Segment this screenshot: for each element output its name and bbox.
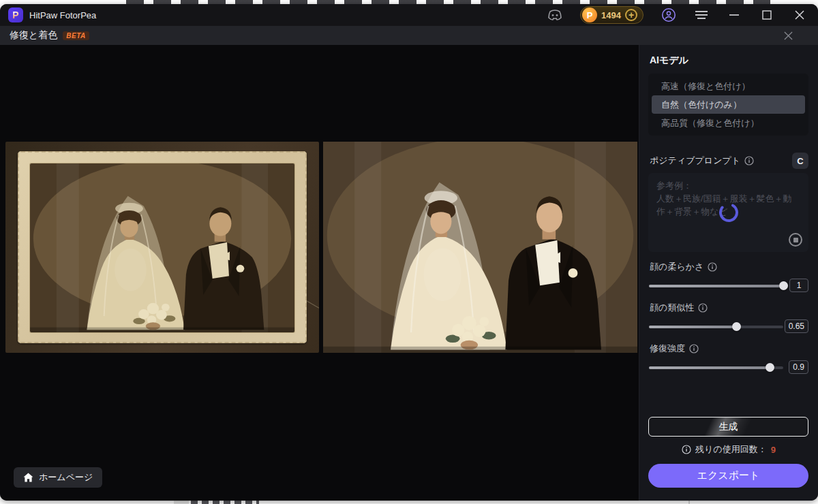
info-icon[interactable] [744, 156, 754, 166]
beta-badge: BETA [63, 31, 89, 40]
model-option-fast[interactable]: 高速（修復と色付け） [652, 77, 805, 95]
home-icon [23, 473, 33, 482]
maximize-icon[interactable] [759, 7, 774, 22]
minimize-icon[interactable] [727, 7, 742, 22]
remaining-uses-label: 残りの使用回数： [695, 443, 767, 456]
face-softness-label: 顔の柔らかさ [650, 260, 717, 274]
face-softness-value: 1 [789, 279, 808, 292]
face-similarity-value: 0.65 [785, 319, 808, 333]
background-page-divider [688, 501, 690, 504]
discord-icon[interactable] [547, 7, 562, 22]
face-similarity-slider[interactable]: 0.65 [649, 321, 808, 332]
app-logo-icon: P [8, 7, 23, 22]
plus-icon[interactable]: + [625, 9, 637, 21]
prompt-placeholder-line1: 参考例： [656, 180, 800, 193]
tool-close-icon[interactable] [783, 30, 793, 41]
photo-print [323, 142, 637, 353]
face-softness-slider[interactable]: 1 [649, 281, 808, 292]
info-icon[interactable] [682, 445, 691, 454]
background-page-block [174, 501, 189, 504]
info-icon[interactable] [708, 262, 717, 272]
credits-pill[interactable]: P 1494 + [580, 6, 643, 24]
positive-prompt-header: ポジティブプロンプト C [650, 153, 808, 169]
home-page-button[interactable]: ホームページ [14, 467, 102, 488]
tool-header: 修復と着色 BETA [0, 26, 818, 45]
model-option-high-quality[interactable]: 高品質（修復と色付け） [652, 114, 805, 132]
app-title: HitPaw FotorPea [29, 10, 96, 20]
face-similarity-label: 顔の類似性 [650, 301, 708, 315]
prompt-textarea[interactable]: 参考例： 人数＋民族/国籍＋服装＋髪色＋動作＋背景＋物など [648, 173, 808, 252]
remaining-uses: 残りの使用回数： 9 [639, 443, 818, 456]
ai-model-list: 高速（修復と色付け） 自然（色付けのみ） 高品質（修復と色付け） [648, 74, 808, 136]
menu-icon[interactable] [694, 7, 709, 22]
generate-button[interactable]: 生成 [648, 417, 808, 437]
repair-strength-slider[interactable]: 0.9 [649, 362, 808, 373]
coin-icon: P [582, 7, 597, 22]
background-page-text-fragment [191, 501, 259, 504]
stop-button[interactable] [789, 233, 802, 247]
after-image[interactable] [323, 142, 637, 353]
title-bar: P HitPaw FotorPea P 1494 + [0, 4, 818, 26]
tool-title: 修復と着色 [10, 29, 57, 42]
settings-sidebar: AIモデル 高速（修復と色付け） 自然（色付けのみ） 高品質（修復と色付け） ポ… [639, 45, 818, 501]
remaining-uses-count: 9 [771, 445, 776, 455]
prompt-refresh-button[interactable]: C [792, 153, 808, 169]
preview-canvas: ホームページ [0, 45, 639, 501]
loading-spinner-icon [718, 202, 739, 223]
model-option-natural[interactable]: 自然（色付けのみ） [652, 95, 805, 114]
credits-count: 1494 [601, 10, 621, 20]
home-page-label: ホームページ [39, 471, 93, 484]
info-icon[interactable] [689, 344, 699, 353]
ai-model-heading: AIモデル [650, 54, 688, 67]
repair-strength-label: 修復強度 [650, 342, 699, 356]
background-page [0, 501, 818, 504]
repair-strength-value: 0.9 [789, 360, 808, 374]
export-button[interactable]: エクスポート [648, 464, 808, 488]
photo-print [30, 163, 294, 332]
close-icon[interactable] [792, 7, 807, 22]
app-window: P HitPaw FotorPea P 1494 + [0, 4, 818, 501]
info-icon[interactable] [698, 303, 708, 313]
before-image[interactable] [5, 142, 319, 353]
account-icon[interactable] [661, 7, 676, 22]
positive-prompt-label: ポジティブプロンプト [650, 155, 740, 167]
